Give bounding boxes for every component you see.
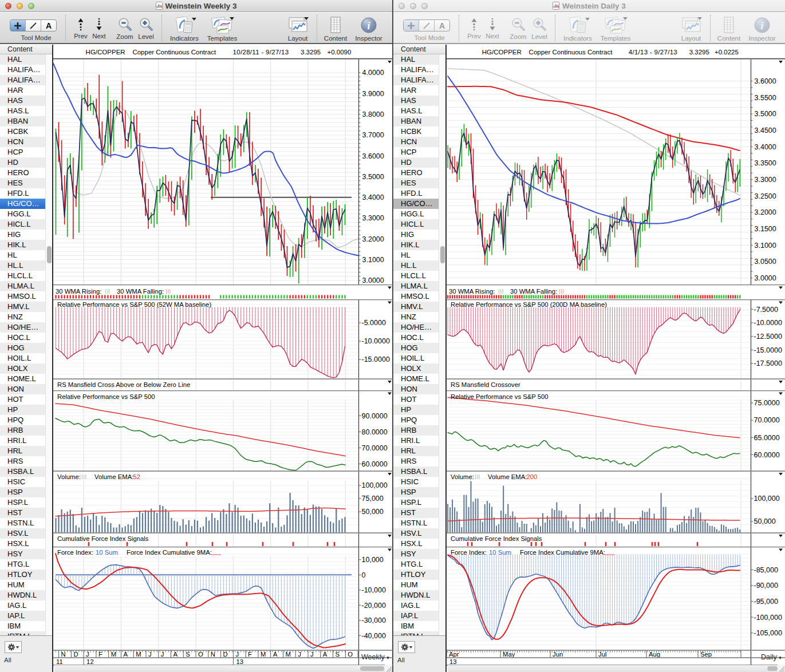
svg-text:10 Sum: 10 Sum — [96, 549, 118, 556]
svg-text:-40,000: -40,000 — [362, 632, 386, 640]
svg-text:3.0000: 3.0000 — [362, 276, 384, 284]
svg-text:-17.5000: -17.5000 — [754, 359, 782, 367]
svg-text:-100,000: -100,000 — [754, 614, 782, 622]
svg-text:75,000: 75,000 — [362, 495, 384, 503]
svg-text:-5.0000: -5.0000 — [362, 319, 386, 327]
svg-text:Volume EMA:: Volume EMA: — [94, 473, 133, 480]
svg-text:100,000: 100,000 — [754, 495, 780, 503]
svg-text:70.0000: 70.0000 — [754, 416, 780, 424]
svg-text:-7.5000: -7.5000 — [754, 306, 778, 314]
svg-text:3.6000: 3.6000 — [755, 77, 776, 85]
svg-text:J: J — [310, 651, 314, 658]
svg-text:S: S — [336, 651, 340, 658]
svg-text:RS Mansfield Cross Above or Be: RS Mansfield Cross Above or Below Zero L… — [57, 381, 190, 388]
svg-text:3.3000: 3.3000 — [755, 176, 776, 184]
svg-text:3.4500: 3.4500 — [755, 127, 776, 135]
svg-text:Apr: Apr — [449, 651, 459, 658]
svg-text:M: M — [111, 651, 116, 658]
svg-text:3.2000: 3.2000 — [755, 208, 776, 216]
svg-text:J: J — [235, 651, 239, 658]
svg-text:52: 52 — [133, 473, 141, 480]
svg-text:-30,000: -30,000 — [362, 616, 386, 624]
svg-text:-15.0000: -15.0000 — [754, 346, 782, 354]
svg-text:3.2000: 3.2000 — [362, 235, 384, 243]
svg-text:3.1000: 3.1000 — [362, 256, 384, 264]
svg-text:70.0000: 70.0000 — [362, 444, 388, 452]
svg-text:III: III — [559, 288, 564, 295]
svg-text:30 WMA Falling:: 30 WMA Falling: — [117, 288, 164, 295]
svg-text:-10,000: -10,000 — [362, 586, 386, 594]
svg-text:O: O — [348, 651, 353, 658]
svg-text:0: 0 — [362, 571, 366, 579]
svg-text:III: III — [105, 288, 110, 295]
svg-text:-10.0000: -10.0000 — [362, 337, 390, 345]
svg-text:3.5000: 3.5000 — [362, 173, 384, 181]
svg-text:Relative Performance vs S&P 50: Relative Performance vs S&P 500 — [451, 393, 549, 400]
svg-text:3.9000: 3.9000 — [362, 90, 384, 98]
svg-text:Relative Performance vs S&P 50: Relative Performance vs S&P 500 (200D MA… — [451, 301, 607, 308]
svg-text:3.0500: 3.0500 — [755, 258, 776, 266]
svg-text:3.5500: 3.5500 — [755, 94, 776, 102]
svg-text:30 WMA Falling:: 30 WMA Falling: — [510, 288, 557, 295]
svg-text:F: F — [98, 651, 102, 658]
svg-text:4.0000: 4.0000 — [362, 69, 384, 77]
svg-text:D: D — [223, 651, 228, 658]
svg-text:Jul: Jul — [598, 651, 606, 658]
svg-text:S: S — [186, 651, 190, 658]
svg-text:N: N — [211, 651, 215, 658]
svg-text:13: 13 — [236, 658, 243, 665]
svg-text:-20,000: -20,000 — [362, 602, 386, 610]
svg-text:30 WMA Rising:: 30 WMA Rising: — [56, 288, 101, 295]
svg-text:50,000: 50,000 — [754, 517, 776, 525]
svg-text:11: 11 — [56, 658, 63, 665]
svg-text:80.0000: 80.0000 — [362, 428, 388, 436]
svg-text:Volume:: Volume: — [57, 473, 81, 480]
svg-text:Force Index:: Force Index: — [57, 549, 93, 556]
svg-text:10,000: 10,000 — [362, 556, 384, 564]
svg-text:Force Index Cumulative 9MA:: Force Index Cumulative 9MA: — [127, 549, 212, 556]
svg-text:3.5000: 3.5000 — [755, 110, 776, 118]
svg-text:III: III — [81, 473, 86, 480]
svg-text:J: J — [86, 651, 89, 658]
svg-text:A: A — [173, 651, 178, 658]
svg-text:13: 13 — [449, 658, 457, 665]
svg-text:3.4000: 3.4000 — [755, 143, 776, 151]
svg-text:J: J — [148, 651, 152, 658]
svg-text:III: III — [475, 473, 480, 480]
svg-text:-85,000: -85,000 — [754, 566, 778, 574]
svg-text:Force Index Cumulative 9MA:: Force Index Cumulative 9MA: — [520, 549, 605, 556]
svg-text:D: D — [73, 651, 78, 658]
svg-text:O: O — [198, 651, 203, 658]
svg-text:RS Mansfield Crossover: RS Mansfield Crossover — [451, 381, 520, 388]
svg-text:III: III — [165, 288, 171, 295]
svg-text:Aug: Aug — [649, 651, 660, 658]
svg-text:A: A — [123, 651, 128, 658]
svg-text:30 WMA Rising:: 30 WMA Rising: — [449, 288, 495, 295]
svg-text:A: A — [273, 651, 278, 658]
svg-text:3.1500: 3.1500 — [755, 225, 776, 233]
svg-text:Volume EMA:: Volume EMA: — [488, 473, 527, 480]
svg-text:M: M — [286, 651, 291, 658]
svg-text:-95,000: -95,000 — [754, 598, 778, 606]
svg-text:3.0000: 3.0000 — [755, 274, 776, 282]
svg-text:3.2500: 3.2500 — [755, 192, 776, 200]
svg-text:Jun: Jun — [553, 651, 563, 658]
svg-text:M: M — [136, 651, 141, 658]
svg-text:-10.0000: -10.0000 — [754, 319, 782, 327]
svg-text:50,000: 50,000 — [362, 508, 384, 516]
svg-text:3.3500: 3.3500 — [755, 159, 776, 167]
svg-text:Cumulative Force Index Signals: Cumulative Force Index Signals — [57, 535, 149, 542]
svg-text:3.3000: 3.3000 — [362, 214, 384, 222]
svg-text:100,000: 100,000 — [362, 481, 388, 489]
svg-text:60.0000: 60.0000 — [362, 460, 388, 468]
svg-text:May: May — [503, 651, 515, 658]
svg-text:90.0000: 90.0000 — [362, 412, 388, 420]
svg-text:J: J — [298, 651, 301, 658]
svg-text:Volume:: Volume: — [451, 473, 474, 480]
svg-text:Relative Performance vs S&P 50: Relative Performance vs S&P 500 — [57, 393, 155, 400]
svg-text:Cumulative Force Index Signals: Cumulative Force Index Signals — [451, 535, 542, 542]
svg-text:-12.5000: -12.5000 — [754, 333, 782, 341]
svg-text:-105,000: -105,000 — [754, 629, 782, 637]
svg-text:Relative Performance vs S&P 50: Relative Performance vs S&P 500 (52W MA … — [57, 301, 211, 308]
svg-text:3.8000: 3.8000 — [362, 110, 384, 118]
